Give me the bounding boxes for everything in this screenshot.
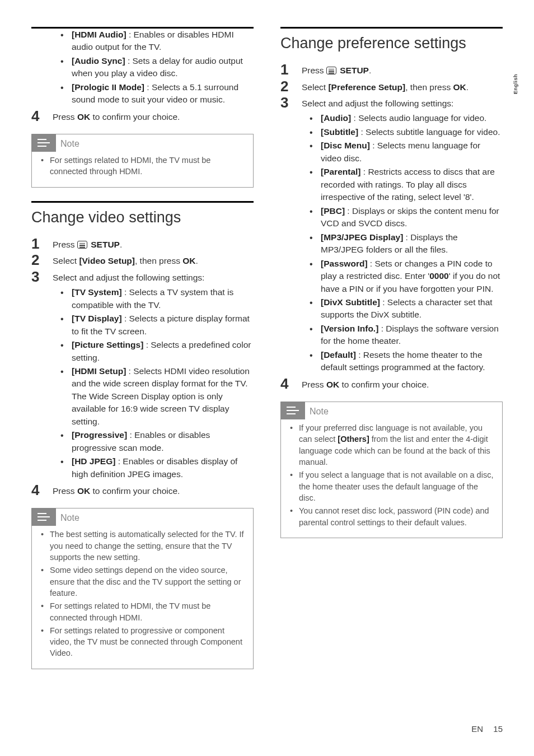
step: 4 Press OK to confirm your choice. [280,376,503,391]
list-item: [TV System] : Selects a TV system that i… [53,286,254,311]
list-item: [HDMI Audio] : Enables or disables HDMI … [53,29,254,54]
list-item: [Progressive] : Enables or disables prog… [53,429,254,454]
svg-rect-5 [38,520,46,521]
list-item: [Parental] : Restricts access to discs t… [302,166,503,203]
page-footer: EN 15 [471,724,503,734]
video-steps: 1 Press SETUP. 2 Select [Video Setup], t… [31,236,254,498]
audio-step-4: 4 Press OK to confirm your choice. [31,109,254,124]
step-body: Select and adjust the following settings… [302,95,503,375]
step: 1 Press SETUP. [280,62,503,77]
svg-rect-6 [287,407,296,408]
step-number: 4 [31,483,53,498]
note-label: Note [60,136,79,150]
svg-rect-7 [287,410,299,411]
step-body: Select [Video Setup], then press OK. [53,253,254,267]
step: 2 Select [Preference Setup], then press … [280,79,503,94]
note-box-preference: Note If your preferred disc language is … [280,402,503,538]
audio-continuation-bullets: [HDMI Audio] : Enables or disables HDMI … [53,29,254,106]
step: 4 Press OK to confirm your choice. [31,483,254,498]
note-icon [280,402,305,419]
heading-change-video-settings: Change video settings [31,201,254,226]
step-number: 1 [280,62,302,77]
content-columns: [HDMI Audio] : Enables or disables HDMI … [31,27,503,675]
svg-rect-8 [287,413,296,414]
step: 1 Press SETUP. [31,236,254,251]
left-column: [HDMI Audio] : Enables or disables HDMI … [31,27,254,675]
note-item: Some video settings depend on the video … [40,564,245,599]
preference-setting-bullets: [Audio] : Selects audio language for vid… [302,112,503,374]
step-body: Press OK to confirm your choice. [53,483,254,497]
note-item: For settings related to progressive or c… [40,625,245,659]
note-label: Note [310,403,329,418]
list-item: [TV Display] : Selects a picture display… [53,312,254,338]
step-number: 2 [280,79,302,94]
step: 4 Press OK to confirm your choice. [31,109,254,124]
list-item: [Picture Settings] : Selects a predefine… [53,339,254,364]
video-setting-bullets: [TV System] : Selects a TV system that i… [53,286,254,480]
note-item: For settings related to HDMI, the TV mus… [40,600,245,623]
step: 3 Select and adjust the following settin… [31,269,254,482]
step-number: 1 [31,236,53,251]
list-item: [HD JPEG] : Enables or disables display … [53,455,254,480]
svg-rect-2 [38,146,46,147]
list-item: [MP3/JPEG Display] : Displays the MP3/JP… [302,231,503,256]
note-item: The best setting is automatically select… [40,529,245,563]
footer-lang: EN [471,724,483,734]
list-item: [Disc Menu] : Selects menu language for … [302,139,503,165]
step-body: Select and adjust the following settings… [53,269,254,482]
svg-rect-1 [38,142,50,143]
preference-steps: 1 Press SETUP. 2 Select [Preference Setu… [280,62,503,391]
svg-rect-4 [38,516,50,517]
list-item: [Audio Sync] : Sets a delay for audio ou… [53,55,254,80]
note-item: If you select a language that is not ava… [289,469,494,503]
note-box-video: Note The best setting is automatically s… [31,508,254,669]
list-item: [PBC] : Displays or skips the content me… [302,205,503,230]
setup-icon [77,241,87,249]
list-item: [Version Info.] : Displays the software … [302,323,503,348]
list-item: [Prologic II Mode] : Selects a 5.1 surro… [53,81,254,106]
step: 2 Select [Video Setup], then press OK. [31,253,254,268]
note-icon [31,134,56,152]
step-number: 4 [280,376,302,391]
list-item: [HDMI Setup] : Selects HDMI video resolu… [53,365,254,428]
svg-rect-3 [38,513,46,514]
note-item: You cannot reset disc lock, password (PI… [289,505,494,528]
list-item: [DivX Subtitle] : Selects a character se… [302,296,503,321]
heading-change-preference-settings: Change preference settings [280,27,503,52]
step-number: 4 [31,109,53,124]
list-item: [Default] : Resets the home theater to t… [302,349,503,374]
note-item: If your preferred disc language is not a… [289,422,494,468]
note-item: For settings related to HDMI, the TV mus… [40,155,245,178]
note-header: Note [31,134,79,152]
step-number: 2 [31,253,53,268]
step-body: Press SETUP. [302,62,503,77]
setup-icon [326,67,336,74]
note-header: Note [280,402,329,419]
step-body: Press SETUP. [53,236,254,251]
list-item: [Password] : Sets or changes a PIN code … [302,258,503,295]
step-body: Press OK to confirm your choice. [53,109,254,123]
footer-page-number: 15 [493,724,503,734]
note-icon [31,508,56,526]
step-number: 3 [280,95,302,110]
step-number: 3 [31,269,53,284]
language-tab: English [513,74,518,94]
right-column: Change preference settings 1 Press SETUP… [280,27,503,675]
step: 3 Select and adjust the following settin… [280,95,503,375]
step-body: Select [Preference Setup], then press OK… [302,79,503,94]
note-box-audio: Note For settings related to HDMI, the T… [31,134,254,188]
note-label: Note [60,510,79,524]
step-body: Press OK to confirm your choice. [302,376,503,391]
note-header: Note [31,508,79,526]
list-item: [Audio] : Selects audio language for vid… [302,112,503,124]
list-item: [Subtitle] : Selects subtitle language f… [302,126,503,138]
svg-rect-0 [38,139,46,140]
